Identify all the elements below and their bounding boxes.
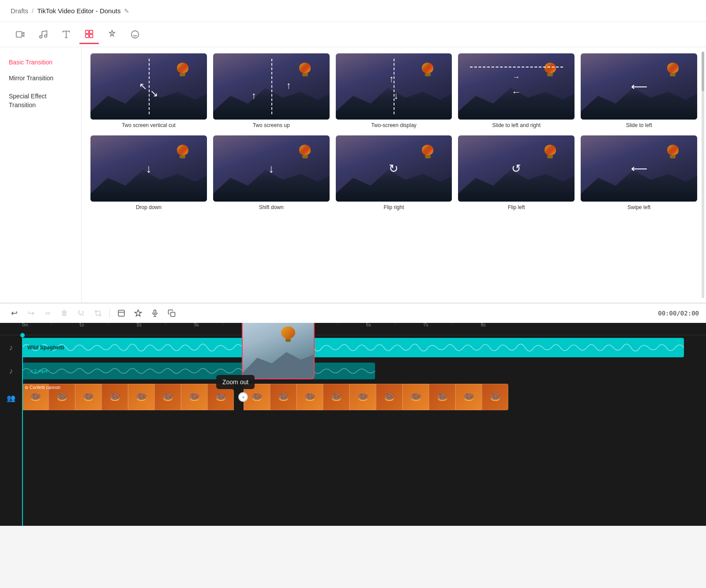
image-frame: 🍩 xyxy=(429,384,455,410)
transitions-scrollbar[interactable] xyxy=(702,52,704,298)
transition-name-4: Slide to left and right xyxy=(458,122,575,128)
redo-button[interactable]: ↪ xyxy=(24,306,38,320)
sidebar-item-mirror[interactable]: Mirror Transition xyxy=(0,70,81,86)
toolbar-transition-btn[interactable] xyxy=(79,25,99,44)
breadcrumb-title: TikTok Video Editor - Donuts xyxy=(37,7,120,15)
zoom-out-tooltip[interactable]: Zoom out xyxy=(216,375,255,389)
sidebar-item-special[interactable]: Special Effect Transition xyxy=(0,86,81,116)
toolbar-divider-1 xyxy=(109,308,110,318)
sidebar-item-basic[interactable]: Basic Transition xyxy=(0,54,81,70)
editor-bottom: ↩ ↪ ✂ 🗑 00:00/02:00 0m xyxy=(0,303,706,526)
image-frame: 🍩 xyxy=(323,384,349,410)
image-track-icon: 👥 xyxy=(0,394,22,402)
toolbar-effects-btn[interactable] xyxy=(102,25,122,44)
transition-item-3[interactable]: ↑ ↓ Two-screen display xyxy=(336,53,452,128)
image-frame: 🍩 xyxy=(482,384,508,410)
edit-title-icon[interactable]: ✎ xyxy=(124,7,129,15)
image-frame: 🍩 xyxy=(297,384,323,410)
image-frame: 🍩 xyxy=(154,384,181,410)
delete-button[interactable]: 🗑 xyxy=(57,306,71,320)
transition-name-7: Shift down xyxy=(213,204,330,210)
audio-track-2[interactable]: ♪ ...t 2.mp4 xyxy=(0,360,706,382)
transition-item-8[interactable]: ↻ Flip right xyxy=(336,135,452,210)
mic-button[interactable] xyxy=(148,306,162,320)
transition-marker[interactable]: ⟐ xyxy=(238,392,248,402)
playhead[interactable] xyxy=(22,335,23,526)
image-track-label: ⚙ Confetti cannon xyxy=(25,385,60,390)
toolbar-video-btn[interactable] xyxy=(11,25,30,44)
image-frame: 🍩 xyxy=(455,384,482,410)
crop-button[interactable] xyxy=(91,306,105,320)
transition-item-9[interactable]: ↺ Flip left xyxy=(458,135,575,210)
time-display: 00:00/02:00 xyxy=(658,310,699,317)
breadcrumb-drafts[interactable]: Drafts xyxy=(11,7,28,15)
image-frame: 🍩 xyxy=(270,384,297,410)
transition-name-2: Two screens up xyxy=(213,122,330,128)
copy-button[interactable] xyxy=(165,306,179,320)
svg-rect-3 xyxy=(86,30,89,33)
undo-button[interactable]: ↩ xyxy=(7,306,21,320)
transition-item-2[interactable]: ↑ ↑ Two screens up xyxy=(213,53,330,128)
audio-track-label-2: ...t 2.mp4 xyxy=(27,368,48,374)
transition-name-6: Drop down xyxy=(90,204,207,210)
transitions-grid-wrapper: ↖ ↘ Two screen vertical cut ↑ ↑ Two xyxy=(82,47,706,303)
transition-name-5: Slide to left xyxy=(581,122,697,128)
header: Drafts / TikTok Video Editor - Donuts ✎ xyxy=(0,0,706,22)
transitions-panel: Basic Transition Mirror Transition Speci… xyxy=(0,47,706,303)
main-toolbar xyxy=(0,22,706,47)
audio-track-icon-2: ♪ xyxy=(0,367,22,376)
svg-rect-6 xyxy=(90,34,93,37)
audio-track-label-1: Wild Spaghetti xyxy=(27,345,64,351)
transition-item-7[interactable]: ↓ Shift down xyxy=(213,135,330,210)
svg-rect-4 xyxy=(90,30,93,33)
svg-point-7 xyxy=(131,31,139,38)
transition-name-1: Two screen vertical cut xyxy=(90,122,207,128)
svg-rect-0 xyxy=(16,32,22,37)
transition-name-9: Flip left xyxy=(458,204,575,210)
transition-item-6[interactable]: ↓ Drop down xyxy=(90,135,207,210)
svg-rect-13 xyxy=(154,310,156,314)
toolbar-text-btn[interactable] xyxy=(56,25,76,44)
image-frame: 🍩 xyxy=(75,384,101,410)
image-frame: 🍩 xyxy=(349,384,376,410)
transition-item-4[interactable]: → ← Slide to left and right xyxy=(458,53,575,128)
transition-sidebar: Basic Transition Mirror Transition Speci… xyxy=(0,47,82,303)
edit-toolbar: ↩ ↪ ✂ 🗑 00:00/02:00 xyxy=(0,303,706,323)
sticker-button[interactable] xyxy=(131,306,145,320)
erase-button[interactable] xyxy=(74,306,88,320)
cut-button[interactable]: ✂ xyxy=(41,306,55,320)
svg-point-2 xyxy=(45,35,47,37)
transition-name-10: Swipe left xyxy=(581,204,697,210)
timeline: 0m 1s 2s 3s 4s 5s 6s 7s 8s xyxy=(0,323,706,526)
panel-button[interactable] xyxy=(114,306,128,320)
video-preview-popup[interactable] xyxy=(242,323,315,379)
svg-marker-12 xyxy=(135,310,142,316)
svg-rect-5 xyxy=(86,34,89,37)
image-track[interactable]: 👥 ⚙ Confetti cannon 🍩 🍩 🍩 🍩 xyxy=(0,382,706,414)
transition-item-10[interactable]: ⟵ Swipe left xyxy=(581,135,697,210)
image-frame: 🍩 xyxy=(181,384,207,410)
audio-track-icon-1: ♪ xyxy=(0,343,22,352)
svg-point-1 xyxy=(40,36,42,38)
transition-name-8: Flip right xyxy=(336,204,452,210)
toolbar-sticker-btn[interactable] xyxy=(125,25,145,44)
breadcrumb-separator: / xyxy=(32,7,34,15)
toolbar-audio-btn[interactable] xyxy=(34,25,53,44)
image-frame: 🍩 xyxy=(128,384,154,410)
svg-rect-10 xyxy=(118,310,124,316)
transition-item-1[interactable]: ↖ ↘ Two screen vertical cut xyxy=(90,53,207,128)
timeline-ruler: 0m 1s 2s 3s 4s 5s 6s 7s 8s xyxy=(0,323,706,335)
audio-track-1[interactable]: ♪ Wild Spaghetti xyxy=(0,335,706,360)
transition-name-3: Two-screen display xyxy=(336,122,452,128)
transitions-grid: ↖ ↘ Two screen vertical cut ↑ ↑ Two xyxy=(90,53,697,210)
svg-rect-16 xyxy=(171,312,175,317)
image-frame: 🍩 xyxy=(101,384,128,410)
image-frame: 🍩 xyxy=(402,384,429,410)
transition-item-5[interactable]: ⟵ Slide to left xyxy=(581,53,697,128)
image-frame: 🍩 xyxy=(376,384,402,410)
